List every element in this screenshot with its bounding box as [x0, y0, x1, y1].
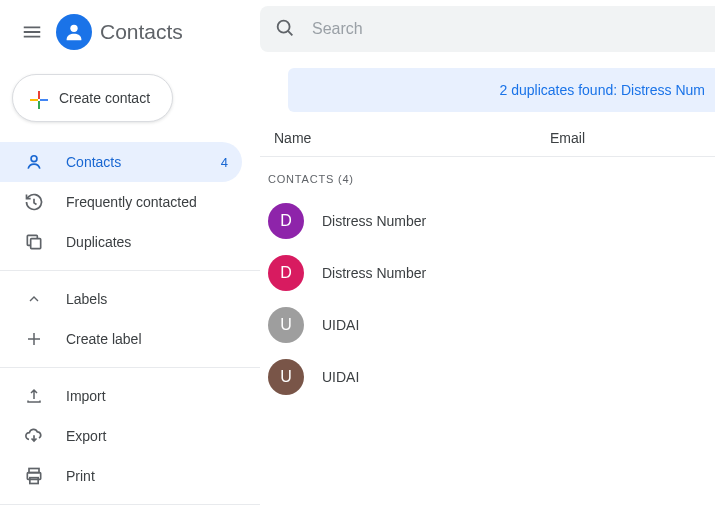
contact-name: Distress Number: [322, 265, 426, 281]
print-icon: [24, 466, 44, 486]
sidebar-count-contacts: 4: [221, 155, 228, 170]
sidebar-label-labels: Labels: [66, 291, 228, 307]
column-email: Email: [550, 130, 585, 146]
column-name: Name: [270, 130, 550, 146]
contact-row[interactable]: UUIDAI: [262, 351, 715, 403]
history-icon: [24, 192, 44, 212]
sidebar-label-contacts: Contacts: [66, 154, 199, 170]
search-icon: [274, 17, 296, 42]
svg-rect-6: [31, 239, 41, 249]
copy-icon: [24, 232, 44, 252]
svg-rect-2: [38, 101, 40, 109]
sidebar-label-frequently: Frequently contacted: [66, 194, 228, 210]
sidebar-item-frequently[interactable]: Frequently contacted: [0, 182, 242, 222]
contact-list: DDistress NumberDDistress NumberUUIDAIUU…: [260, 195, 715, 403]
plus-icon: [24, 329, 44, 349]
avatar: U: [268, 359, 304, 395]
duplicates-banner[interactable]: 2 duplicates found: Distress Num: [288, 68, 715, 112]
sidebar-label-import: Import: [66, 388, 228, 404]
avatar: U: [268, 307, 304, 343]
column-headers: Name Email: [260, 112, 715, 157]
contact-row[interactable]: UUIDAI: [262, 299, 715, 351]
avatar: D: [268, 255, 304, 291]
svg-rect-1: [38, 91, 40, 99]
sidebar-item-export[interactable]: Export: [0, 416, 242, 456]
sidebar-label-export: Export: [66, 428, 228, 444]
svg-rect-4: [40, 99, 48, 101]
create-contact-label: Create contact: [59, 90, 150, 106]
svg-point-12: [278, 20, 290, 32]
search-bar[interactable]: [260, 6, 715, 52]
sidebar-item-contacts[interactable]: Contacts 4: [0, 142, 242, 182]
search-input[interactable]: [312, 20, 701, 38]
sidebar-item-create-label[interactable]: Create label: [0, 319, 242, 359]
divider: [0, 270, 260, 271]
sidebar-item-other[interactable]: Other contacts: [0, 513, 242, 517]
avatar: D: [268, 203, 304, 239]
contact-row[interactable]: DDistress Number: [262, 247, 715, 299]
sidebar-item-import[interactable]: Import: [0, 376, 242, 416]
sidebar-item-labels[interactable]: Labels: [0, 279, 242, 319]
contact-name: UIDAI: [322, 317, 359, 333]
plus-multicolor-icon: [27, 88, 47, 108]
sidebar-item-print[interactable]: Print: [0, 456, 242, 496]
create-contact-button[interactable]: Create contact: [12, 74, 173, 122]
sidebar-item-duplicates[interactable]: Duplicates: [0, 222, 242, 262]
divider: [0, 504, 260, 505]
banner-text: 2 duplicates found: Distress Num: [500, 82, 705, 98]
person-icon: [24, 152, 44, 172]
contacts-logo-icon: [56, 14, 92, 50]
sidebar-label-create-label: Create label: [66, 331, 228, 347]
menu-icon[interactable]: [20, 20, 44, 44]
contact-name: Distress Number: [322, 213, 426, 229]
app-logo: Contacts: [56, 14, 183, 50]
section-heading: CONTACTS (4): [260, 157, 715, 195]
svg-point-0: [70, 25, 77, 32]
app-title: Contacts: [100, 20, 183, 44]
sidebar-label-print: Print: [66, 468, 228, 484]
svg-point-5: [31, 156, 37, 162]
svg-rect-3: [30, 99, 38, 101]
upload-icon: [24, 386, 44, 406]
divider: [0, 367, 260, 368]
chevron-up-icon: [24, 289, 44, 309]
contact-row[interactable]: DDistress Number: [262, 195, 715, 247]
sidebar-label-duplicates: Duplicates: [66, 234, 228, 250]
contact-name: UIDAI: [322, 369, 359, 385]
cloud-download-icon: [24, 426, 44, 446]
